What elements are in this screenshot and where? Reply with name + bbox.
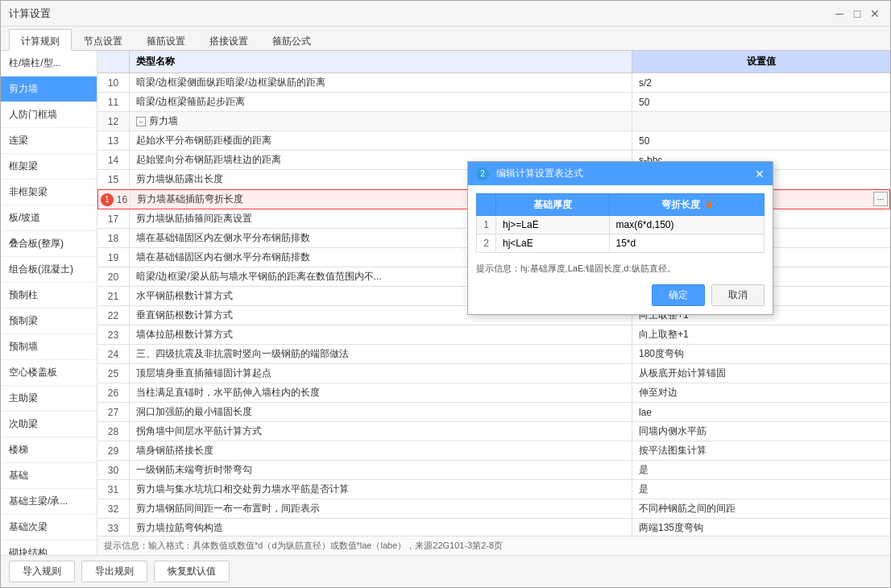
sidebar-item-non-frame-beam[interactable]: 非框架梁	[1, 180, 97, 205]
sidebar-item-combo-slab[interactable]: 组合板(混凝土)	[1, 257, 97, 283]
table-row[interactable]: 33 剪力墙拉筋弯钩构造 两端135度弯钩	[97, 519, 890, 536]
dialog-table-row[interactable]: 2 hj<LaE 15*d	[477, 234, 765, 253]
edit-expression-dialog: 2 编辑计算设置表达式 ✕ 基础厚度 弯折长度 a	[467, 161, 773, 315]
cell-num: 19	[97, 248, 130, 267]
table-row[interactable]: 25 顶层墙身垂直插箍锚固计算起点 从板底开始计算锚固	[97, 364, 890, 383]
cell-name: 暗梁/边框梁箍筋起步距离	[130, 93, 632, 111]
cell-value: s/2	[632, 73, 890, 92]
dialog-row-num: 2	[477, 234, 496, 253]
tab-calc-rules[interactable]: 计算规则	[9, 29, 72, 51]
dialog-col-row-num	[477, 194, 496, 216]
cell-num: 116	[98, 190, 131, 209]
cell-name: −剪力墙	[130, 112, 632, 130]
sidebar-item-precast-beam[interactable]: 预制梁	[1, 308, 97, 334]
maximize-button[interactable]: □	[850, 6, 864, 21]
table-row[interactable]: 31 剪力墙与集水坑坑口相交处剪力墙水平筋是否计算 是	[97, 480, 890, 499]
sidebar-item-main-rib[interactable]: 主助梁	[1, 386, 97, 412]
dialog-close-button[interactable]: ✕	[755, 168, 765, 180]
sidebar-item-sub-rib[interactable]: 次助梁	[1, 412, 97, 437]
table-row[interactable]: 13 起始水平分布钢筋距楼面的距离 50	[97, 131, 890, 151]
cell-name: 剪力墙钢筋同间距一布一布置时，间距表示	[130, 499, 632, 518]
dialog-ok-button[interactable]: 确定	[652, 284, 705, 306]
restore-defaults-button[interactable]: 恢复默认值	[154, 561, 230, 582]
cell-value: 两端135度弯钩	[632, 519, 890, 536]
window-title: 计算设置	[9, 6, 51, 21]
cell-num: 25	[97, 364, 130, 383]
edit-expression-button[interactable]: ···	[873, 192, 888, 206]
sidebar-item-precast-col[interactable]: 预制柱	[1, 283, 97, 308]
sidebar-item-hollow-slab[interactable]: 空心楼盖板	[1, 360, 97, 386]
sidebar-item-precast-wall[interactable]: 预制墙	[1, 334, 97, 360]
sidebar-item-slab[interactable]: 板/坡道	[1, 205, 97, 231]
window-controls: ─ □ ✕	[832, 6, 882, 21]
dialog-row-num: 1	[477, 216, 496, 234]
cell-num: 22	[97, 306, 130, 325]
cell-num: 15	[97, 170, 130, 188]
table-row[interactable]: 28 拐角墙中间层水平筋计算方式 同墙内侧水平筋	[97, 422, 890, 441]
cell-name: 剪力墙拉筋弯钩构造	[130, 519, 632, 536]
tab-node-settings[interactable]: 节点设置	[72, 29, 135, 50]
cell-value: 是	[632, 461, 890, 479]
sidebar-item-frame-beam[interactable]: 框架梁	[1, 154, 97, 180]
minimize-button[interactable]: ─	[832, 6, 847, 21]
table-row[interactable]: 11 暗梁/边框梁箍筋起步距离 50	[97, 93, 890, 112]
group-toggle-icon[interactable]: −	[136, 117, 146, 126]
dialog-cell-cond[interactable]: hj>=LaE	[496, 216, 610, 234]
dialog-title-text: 2 编辑计算设置表达式	[476, 167, 583, 180]
dialog-table-row[interactable]: 1 hj>=LaE max(6*d,150)	[477, 216, 765, 234]
export-rules-button[interactable]: 导出规则	[81, 561, 147, 582]
cell-value: 50	[632, 93, 890, 111]
dialog-col-condition: 基础厚度	[496, 194, 610, 216]
cell-value: 向上取整+1	[632, 325, 890, 344]
cell-num: 18	[97, 229, 130, 247]
cell-num: 31	[97, 480, 130, 499]
table-row[interactable]: 23 墙体拉筋根数计算方式 向上取整+1	[97, 325, 890, 345]
cell-num: 13	[97, 131, 130, 150]
cell-num: 29	[97, 441, 130, 460]
col-name-header: 类型名称	[130, 51, 632, 72]
dialog-cell-cond[interactable]: hj<LaE	[496, 234, 610, 253]
cell-num: 20	[97, 267, 130, 286]
dialog-cell-value[interactable]: max(6*d,150)	[609, 216, 765, 234]
table-row[interactable]: 24 三、四级抗震及非抗震时竖向一级钢筋的端部做法 180度弯钩	[97, 345, 890, 364]
import-rules-button[interactable]: 导入规则	[9, 561, 75, 582]
sidebar-item-found-main-beam[interactable]: 基础主梁/承...	[1, 489, 97, 515]
cell-value: 是	[632, 480, 890, 499]
table-row[interactable]: 27 洞口加强筋的最小锚固长度 lae	[97, 403, 890, 422]
dialog-cell-value[interactable]: 15*d	[609, 234, 765, 253]
sidebar: 柱/墙柱/型... 剪力墙 人防门框墙 连梁 框架梁 非框架梁 板/坡道 叠合板…	[1, 51, 97, 555]
dialog-content: 基础厚度 弯折长度 a 1 hj>=LaE max(6*d,150) 2	[468, 185, 773, 314]
sidebar-item-masonry[interactable]: 砌块结构	[1, 540, 97, 555]
cell-num: 12	[97, 112, 130, 130]
cell-num: 33	[97, 519, 130, 536]
table-row[interactable]: 26 当柱满足直锚时，水平筋伸入墙柱内的长度 伸至对边	[97, 383, 890, 403]
footer: 导入规则 导出规则 恢复默认值	[1, 555, 890, 587]
cell-name: 墙体拉筋根数计算方式	[130, 325, 632, 344]
tab-stirrup-formula[interactable]: 箍筋公式	[260, 29, 323, 50]
sidebar-item-civil-wall[interactable]: 人防门框墙	[1, 102, 97, 128]
sidebar-item-shear-wall[interactable]: 剪力墙	[1, 77, 97, 102]
sidebar-item-col-wall[interactable]: 柱/墙柱/型...	[1, 51, 97, 77]
sidebar-item-composite-slab[interactable]: 叠合板(整厚)	[1, 231, 97, 257]
cell-num: 17	[97, 209, 130, 228]
dialog-footer: 确定 取消	[476, 281, 765, 306]
dialog-title-bar: 2 编辑计算设置表达式 ✕	[468, 162, 773, 185]
cell-name: 墙身钢筋搭接长度	[130, 441, 632, 460]
sidebar-item-link-beam[interactable]: 连梁	[1, 128, 97, 154]
sidebar-item-stair[interactable]: 楼梯	[1, 437, 97, 463]
table-row[interactable]: 10 暗梁/边框梁侧面纵距暗梁/边框梁纵筋的距离 s/2	[97, 73, 890, 93]
tab-splice-settings[interactable]: 搭接设置	[197, 29, 260, 50]
table-row-group[interactable]: 12 −剪力墙	[97, 112, 890, 131]
sidebar-item-foundation[interactable]: 基础	[1, 463, 97, 489]
sidebar-item-found-sub-beam[interactable]: 基础次梁	[1, 515, 97, 540]
table-row[interactable]: 30 一级钢筋末端弯折时带弯勾 是	[97, 461, 890, 480]
cell-name: 拐角墙中间层水平筋计算方式	[130, 422, 632, 441]
tab-stirrup-settings[interactable]: 箍筋设置	[135, 29, 197, 50]
table-row[interactable]: 32 剪力墙钢筋同间距一布一布置时，间距表示 不同种钢筋之间的间距	[97, 499, 890, 519]
dialog-cancel-button[interactable]: 取消	[711, 284, 765, 306]
table-row[interactable]: 29 墙身钢筋搭接长度 按平法图集计算	[97, 441, 890, 461]
badge-red: 1	[101, 193, 114, 206]
cell-value: 伸至对边	[632, 383, 890, 402]
col-value-header: 设置值	[632, 51, 890, 72]
close-button[interactable]: ✕	[868, 6, 882, 21]
